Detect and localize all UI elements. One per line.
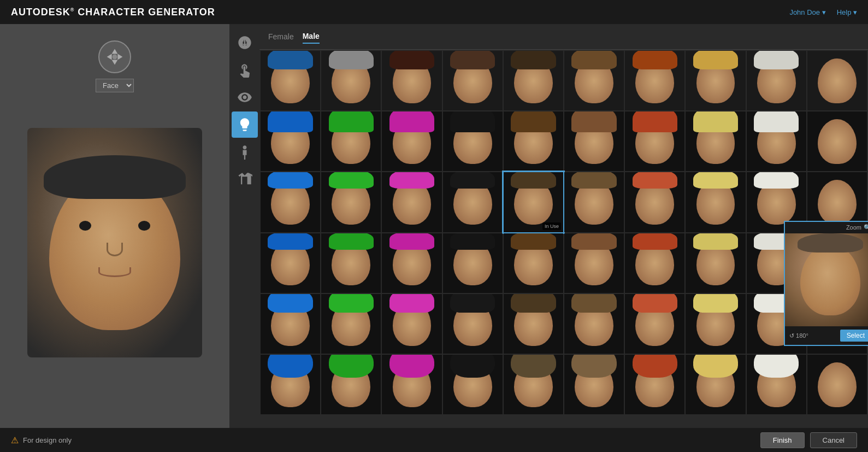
hair-cell[interactable]	[504, 51, 563, 110]
hair-cell[interactable]	[747, 111, 806, 171]
select-button[interactable]: Select	[840, 330, 868, 342]
hair-cell[interactable]	[443, 294, 503, 354]
character-nose	[107, 243, 123, 256]
hair-cell[interactable]	[261, 233, 320, 293]
hair-cell[interactable]	[686, 111, 745, 171]
hair-cell[interactable]	[504, 111, 563, 171]
hair-cell[interactable]	[564, 111, 624, 171]
grid-row	[261, 233, 867, 293]
hair-cell[interactable]	[261, 172, 320, 232]
hair-cell[interactable]	[261, 51, 320, 110]
hair-cell[interactable]	[321, 294, 381, 354]
hair-cell[interactable]	[261, 294, 320, 354]
hair-cell[interactable]	[686, 355, 745, 414]
content-area: Female Male	[259, 24, 868, 428]
face-select[interactable]: Face Head Neck	[96, 79, 134, 92]
hover-popup-header[interactable]: Zoom 🔍	[785, 222, 868, 233]
finish-button[interactable]: Finish	[760, 432, 805, 448]
hair-cell[interactable]	[443, 172, 503, 232]
hair-cell[interactable]	[625, 111, 684, 171]
hair-cell[interactable]	[807, 355, 867, 414]
hair-cell[interactable]	[382, 111, 441, 171]
hair-cell[interactable]	[321, 51, 381, 110]
hair-cell[interactable]	[807, 51, 867, 110]
svg-marker-1	[112, 60, 118, 64]
preview-panel: Face Head Neck	[0, 24, 229, 428]
character-face	[49, 172, 180, 330]
hair-cell[interactable]	[564, 294, 624, 354]
hair-cell[interactable]	[321, 172, 381, 232]
grid-row	[261, 294, 867, 354]
sidebar-item-face[interactable]	[232, 30, 258, 56]
cancel-button[interactable]: Cancel	[810, 432, 857, 448]
grid-row	[261, 111, 867, 171]
nav-control[interactable]	[98, 40, 131, 73]
hair-cell[interactable]	[261, 355, 320, 414]
app-footer: ⚠ For design only Finish Cancel	[0, 428, 868, 452]
face-dropdown[interactable]: Face Head Neck	[96, 79, 134, 92]
hair-cell[interactable]	[686, 172, 745, 232]
popup-face-preview	[800, 244, 860, 315]
hair-cell[interactable]	[261, 111, 320, 171]
hair-cell[interactable]	[382, 51, 441, 110]
footer-buttons: Finish Cancel	[760, 432, 857, 448]
sidebar-item-eye[interactable]	[232, 84, 258, 110]
help-menu[interactable]: Help ▾	[837, 8, 857, 16]
hair-cell[interactable]	[747, 51, 806, 110]
hair-cell[interactable]	[747, 355, 806, 414]
hair-cell[interactable]	[321, 111, 381, 171]
hair-cell-selected[interactable]: In Use	[504, 172, 563, 232]
svg-point-4	[113, 55, 117, 60]
svg-marker-3	[117, 54, 122, 60]
hair-cell[interactable]	[504, 355, 563, 414]
hair-cell[interactable]	[443, 51, 503, 110]
hair-cell[interactable]	[382, 355, 441, 414]
tab-male[interactable]: Male	[303, 30, 320, 44]
hair-cell[interactable]	[443, 233, 503, 293]
hair-cell[interactable]	[382, 294, 441, 354]
hair-cell[interactable]	[564, 233, 624, 293]
hair-cell[interactable]	[807, 111, 867, 171]
hair-cell[interactable]	[625, 172, 684, 232]
sidebar-item-hair[interactable]	[232, 111, 258, 138]
hair-cell[interactable]	[504, 294, 563, 354]
rotate-label[interactable]: ↺ 180°	[789, 332, 808, 339]
hair-cell[interactable]	[443, 355, 503, 414]
gender-tabs: Female Male	[259, 24, 868, 50]
hair-cell[interactable]	[686, 294, 745, 354]
grid-row	[261, 51, 867, 110]
hair-cell[interactable]	[504, 233, 563, 293]
hair-cell[interactable]	[686, 233, 745, 293]
hair-cell[interactable]	[443, 111, 503, 171]
footer-warning-text: For design only	[23, 436, 72, 444]
sidebar-item-body[interactable]	[232, 139, 258, 165]
hair-cell[interactable]	[321, 355, 381, 414]
hair-cell[interactable]	[625, 51, 684, 110]
hair-cell[interactable]	[321, 233, 381, 293]
user-menu[interactable]: John Doe ▾	[789, 8, 825, 16]
hair-cell[interactable]	[382, 172, 441, 232]
hair-cell[interactable]	[625, 355, 684, 414]
main-area: Face Head Neck	[0, 24, 868, 428]
character-preview	[27, 128, 202, 357]
sidebar-item-hand[interactable]	[232, 57, 258, 83]
hover-popup-image	[785, 233, 868, 326]
tab-female[interactable]: Female	[268, 30, 294, 43]
header-right: John Doe ▾ Help ▾	[789, 8, 857, 16]
hair-cell[interactable]	[625, 233, 684, 293]
hair-cell[interactable]	[564, 355, 624, 414]
hover-popup: Zoom 🔍 ↺ 180° Select	[784, 221, 868, 346]
warning-icon: ⚠	[11, 435, 19, 445]
hair-cell[interactable]	[625, 294, 684, 354]
zoom-icon: 🔍	[864, 224, 868, 231]
hair-grid: In Use	[259, 50, 868, 428]
grid-row: In Use	[261, 172, 867, 232]
svg-point-5	[241, 40, 244, 42]
hair-cell[interactable]	[564, 172, 624, 232]
app-logo: AUTODESK® CHARACTER GENERATOR	[11, 7, 215, 18]
hair-cell[interactable]	[382, 233, 441, 293]
hair-cell[interactable]	[564, 51, 624, 110]
svg-point-6	[245, 40, 247, 42]
hair-cell[interactable]	[686, 51, 745, 110]
sidebar-item-clothes[interactable]	[232, 166, 258, 192]
